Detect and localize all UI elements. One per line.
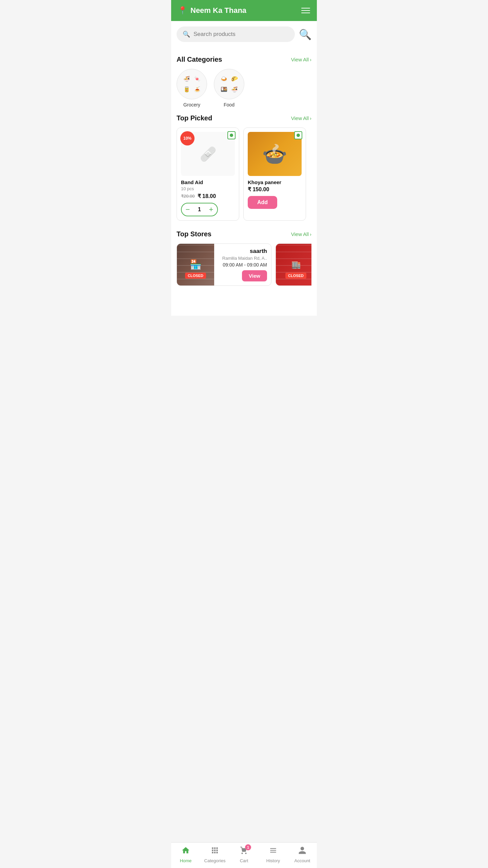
top-picked-row: 10% 🩹 Band Aid 10 pcs ₹20.00 ₹ 18.00 − 1… xyxy=(177,127,311,223)
store-interior-icon-saarth: 🏪 xyxy=(190,259,202,270)
home-icon xyxy=(181,846,190,857)
qty-decrease-band-aid[interactable]: − xyxy=(182,203,194,216)
product-discounted-price-band-aid: ₹ 18.00 xyxy=(198,193,216,199)
category-circle-grocery: 🍜 🍬 🥫 🍝 xyxy=(177,69,207,99)
store-info-saarth: saarth Ramlila Maidan Rd, A.. 09:00 AM -… xyxy=(214,244,271,285)
store-card-kanha-fas: 🏬 CLOSED xyxy=(276,243,311,286)
product-price-khoya-paneer: ₹ 150.00 xyxy=(248,186,302,193)
stores-row: 🏪 CLOSED saarth Ramlila Maidan Rd, A.. 0… xyxy=(177,243,311,289)
account-icon xyxy=(298,846,307,857)
top-stores-title: Top Stores xyxy=(177,230,211,238)
product-card-khoya-paneer: 🍲 Khoya paneer ₹ 150.00 Add xyxy=(243,127,306,221)
categories-title: All Categories xyxy=(177,56,222,63)
top-picked-title: Top Picked xyxy=(177,114,212,122)
veg-icon-band-aid xyxy=(227,131,236,139)
discount-badge: 10% xyxy=(180,131,195,145)
qty-value-band-aid: 1 xyxy=(194,206,205,213)
category-circle-food: 🍛 🌮 🍱 🍜 xyxy=(214,69,244,99)
categories-row: 🍜 🍬 🥫 🍝 Grocery 🍛 🌮 🍱 🍜 Food xyxy=(177,69,311,107)
header-left: 📍 Neem Ka Thana xyxy=(178,6,246,15)
category-item-food[interactable]: 🍛 🌮 🍱 🍜 Food xyxy=(214,69,244,107)
nav-item-home[interactable]: Home xyxy=(171,846,200,863)
bottom-nav: Home Categories 1 Cart History xyxy=(171,842,317,868)
product-name-khoya-paneer: Khoya paneer xyxy=(248,179,302,185)
product-original-price-band-aid: ₹20.00 xyxy=(181,194,195,199)
store-image-kanha-fas: 🏬 CLOSED xyxy=(276,244,311,285)
search-bar: 🔍 xyxy=(177,26,295,42)
product-name-band-aid: Band Aid xyxy=(181,179,235,185)
view-button-saarth[interactable]: View xyxy=(242,270,267,281)
veg-icon-khoya-paneer xyxy=(294,131,302,139)
nav-label-account: Account xyxy=(294,858,310,863)
product-image-khoya-paneer: 🍲 xyxy=(248,132,302,176)
add-button-khoya-paneer[interactable]: Add xyxy=(248,196,277,209)
category-food-grid: 🍛 🌮 🍱 🍜 xyxy=(219,74,239,94)
cart-badge: 1 xyxy=(245,844,251,850)
category-label-food: Food xyxy=(224,102,235,107)
header: 📍 Neem Ka Thana xyxy=(171,0,317,21)
top-stores-section-header: Top Stores View All › xyxy=(177,230,311,238)
nav-item-cart[interactable]: 1 Cart xyxy=(229,846,259,863)
nav-label-home: Home xyxy=(180,858,192,863)
closed-badge-saarth: CLOSED xyxy=(185,273,206,279)
product-price-row-band-aid: ₹20.00 ₹ 18.00 xyxy=(181,193,235,199)
category-item-grocery[interactable]: 🍜 🍬 🥫 🍝 Grocery xyxy=(177,69,207,107)
category-label-grocery: Grocery xyxy=(183,102,200,107)
categories-section-header: All Categories View All › xyxy=(177,56,311,63)
nav-label-cart: Cart xyxy=(240,858,248,863)
search-container: 🔍 🔍 xyxy=(171,21,317,42)
categories-view-all[interactable]: View All › xyxy=(291,57,311,62)
nav-label-history: History xyxy=(266,858,280,863)
top-picked-view-all[interactable]: View All › xyxy=(291,115,311,121)
top-picked-section-header: Top Picked View All › xyxy=(177,114,311,122)
store-name-saarth: saarth xyxy=(218,248,267,255)
category-grocery-grid: 🍜 🍬 🥫 🍝 xyxy=(182,74,202,94)
content: All Categories View All › 🍜 🍬 🥫 🍝 Grocer… xyxy=(171,42,317,316)
store-interior-icon-kanha: 🏬 xyxy=(291,260,301,269)
header-title: Neem Ka Thana xyxy=(190,6,246,15)
location-icon: 📍 xyxy=(178,6,187,15)
search-input[interactable] xyxy=(194,31,289,38)
nav-item-account[interactable]: Account xyxy=(288,846,317,863)
categories-icon xyxy=(210,846,219,857)
store-image-saarth: 🏪 CLOSED xyxy=(177,244,214,285)
product-qty-band-aid: 10 pcs xyxy=(181,186,235,191)
hamburger-menu[interactable] xyxy=(301,8,310,13)
store-card-saarth: 🏪 CLOSED saarth Ramlila Maidan Rd, A.. 0… xyxy=(177,243,271,286)
history-icon xyxy=(269,846,278,857)
nav-label-categories: Categories xyxy=(204,858,226,863)
store-address-saarth: Ramlila Maidan Rd, A.. xyxy=(218,256,267,261)
cart-icon: 1 xyxy=(240,846,248,857)
store-hours-saarth: 09:00 AM - 09:00 AM xyxy=(218,262,267,268)
qty-control-band-aid: − 1 + xyxy=(181,203,218,216)
product-card-band-aid: 10% 🩹 Band Aid 10 pcs ₹20.00 ₹ 18.00 − 1… xyxy=(177,127,239,221)
nav-item-categories[interactable]: Categories xyxy=(200,846,229,863)
search-icon-right[interactable]: 🔍 xyxy=(299,28,311,40)
top-stores-view-all[interactable]: View All › xyxy=(291,231,311,237)
nav-item-history[interactable]: History xyxy=(259,846,288,863)
search-icon-left: 🔍 xyxy=(183,31,190,38)
qty-increase-band-aid[interactable]: + xyxy=(205,203,217,216)
closed-badge-kanha: CLOSED xyxy=(285,273,306,279)
